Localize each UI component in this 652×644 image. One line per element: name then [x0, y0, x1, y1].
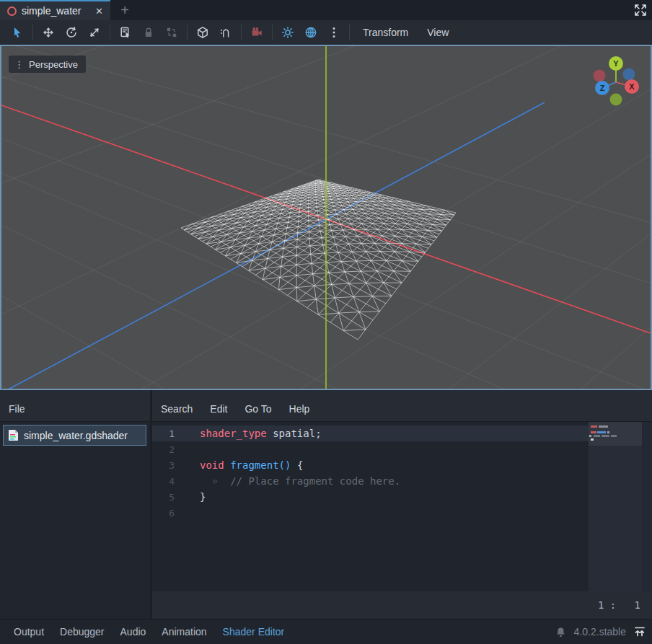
- dock-tabs: OutputDebuggerAudioAnimationShader Edito…: [6, 623, 292, 640]
- shader-file-list: simple_water.gdshader: [0, 421, 150, 619]
- notifications-bell-icon[interactable]: [555, 626, 567, 638]
- shader-file-panel: File simple_water.gdshader: [0, 390, 150, 619]
- line-number: 1: [152, 428, 181, 439]
- editor-status-row: 1 : 1: [152, 591, 652, 619]
- svg-text:Z: Z: [600, 84, 605, 92]
- editor-menu-search[interactable]: Search: [154, 400, 200, 418]
- statusbar-right: 4.0.2.stable: [555, 625, 646, 638]
- line-number: 4: [152, 476, 181, 487]
- new-tab-button[interactable]: +: [110, 0, 139, 20]
- tab-title: simple_water: [22, 5, 81, 17]
- viewport-toolbar: TransformView: [0, 20, 652, 45]
- perspective-label: Perspective: [29, 59, 78, 70]
- gdshader-file-icon: [8, 429, 19, 441]
- editor-scrollbar[interactable]: [642, 422, 652, 592]
- toolbar-separator: [272, 25, 273, 40]
- preview-sun-toggle-icon[interactable]: [276, 23, 299, 42]
- 3d-viewport[interactable]: ⋮ Perspective YXZ: [0, 45, 652, 390]
- code-line-5[interactable]: 5}: [152, 489, 589, 505]
- dock-tab-debugger[interactable]: Debugger: [52, 623, 113, 640]
- group-tool-icon[interactable]: [160, 23, 183, 42]
- preview-environment-toggle-icon[interactable]: [299, 23, 322, 42]
- code-line-4[interactable]: 4 » // Place fragment code here.: [152, 473, 589, 489]
- engine-version: 4.0.2.stable: [574, 626, 626, 638]
- select-tool-icon[interactable]: [6, 23, 29, 42]
- select-list-tool-icon[interactable]: [114, 23, 137, 42]
- preview-options-menu-icon[interactable]: [322, 23, 345, 42]
- code-text: void fragment() {: [181, 459, 303, 471]
- camera-preview-icon[interactable]: [245, 23, 268, 42]
- transform-menu[interactable]: Transform: [353, 23, 418, 42]
- dock-tab-animation[interactable]: Animation: [154, 623, 214, 640]
- toolbar-separator: [110, 25, 110, 40]
- godot-editor-window: simple_water ✕ + TransformView ⋮ Perspec…: [0, 0, 652, 644]
- lock-tool-icon[interactable]: [137, 23, 160, 42]
- line-number: 2: [152, 444, 181, 455]
- toolbar-separator: [187, 25, 188, 40]
- cursor-position: 1 : 1: [598, 599, 640, 611]
- perspective-menu[interactable]: ⋮ Perspective: [9, 56, 86, 73]
- shader-editor-panel: File simple_water.gdshader SearchEditGo …: [0, 390, 652, 619]
- code-line-3[interactable]: 3void fragment() {: [152, 457, 589, 473]
- gizmo-neg-x: [594, 70, 606, 82]
- line-number: 3: [152, 460, 181, 471]
- code-line-2[interactable]: 2: [152, 441, 589, 457]
- editor-menu-go-to[interactable]: Go To: [237, 400, 278, 418]
- line-number: 5: [152, 492, 181, 503]
- code-line-1[interactable]: 1shader_type spatial;: [152, 425, 589, 441]
- toolbar-separator: [241, 25, 242, 40]
- toolbar-separator: [349, 25, 350, 40]
- move-tool-icon[interactable]: [37, 23, 60, 42]
- dock-tab-output[interactable]: Output: [6, 623, 52, 640]
- view-menu-dots-icon: ⋮: [14, 60, 24, 69]
- editor-menu-help[interactable]: Help: [282, 400, 317, 418]
- dock-tab-audio[interactable]: Audio: [113, 623, 154, 640]
- gizmo-neg-y: [610, 94, 622, 106]
- local-space-toggle-icon[interactable]: [191, 23, 214, 42]
- file-name: simple_water.gdshader: [24, 430, 128, 441]
- scene-tab-bar: simple_water ✕ +: [0, 0, 652, 20]
- bottom-dock-bar: OutputDebuggerAudioAnimationShader Edito…: [0, 619, 652, 644]
- editor-menu-edit[interactable]: Edit: [203, 400, 234, 418]
- close-tab-icon[interactable]: ✕: [95, 6, 103, 16]
- svg-text:Y: Y: [613, 59, 619, 68]
- gizmo-neg-z: [623, 69, 635, 81]
- view-menu[interactable]: View: [418, 23, 458, 42]
- code-line-6[interactable]: 6: [152, 505, 589, 521]
- code-minimap[interactable]: [589, 422, 642, 592]
- rotate-tool-icon[interactable]: [60, 23, 83, 42]
- file-list-item-selected[interactable]: simple_water.gdshader: [3, 425, 146, 446]
- svg-text:X: X: [629, 82, 635, 91]
- dock-tab-shader-editor[interactable]: Shader Editor: [215, 623, 293, 640]
- code-text: }: [181, 491, 206, 503]
- axis-gizmo[interactable]: YXZ: [576, 53, 642, 115]
- fullscreen-icon[interactable]: [634, 4, 647, 17]
- toolbar-separator: [32, 25, 33, 40]
- code-editor[interactable]: 1shader_type spatial;23void fragment() {…: [152, 421, 652, 591]
- shader-file-icon: [7, 6, 17, 16]
- code-editor-region: SearchEditGo ToHelp 1shader_type spatial…: [152, 390, 652, 619]
- expand-bottom-panel-icon[interactable]: [633, 625, 646, 638]
- file-menu[interactable]: File: [1, 400, 32, 418]
- scale-tool-icon[interactable]: [83, 23, 106, 42]
- line-number: 6: [152, 508, 181, 519]
- tab-simple-water[interactable]: simple_water ✕: [0, 0, 110, 20]
- code-text: » // Place fragment code here.: [181, 475, 400, 487]
- code-text: shader_type spatial;: [181, 428, 322, 439]
- scene-render[interactable]: [1, 46, 651, 389]
- snap-toggle-icon[interactable]: [214, 23, 237, 42]
- editor-menu-bar: SearchEditGo ToHelp: [154, 400, 317, 418]
